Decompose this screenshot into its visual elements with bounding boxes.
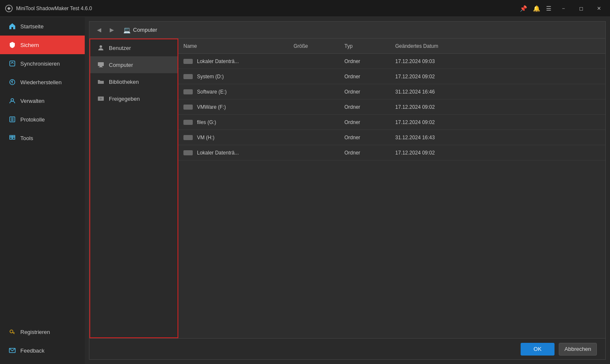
- svg-rect-1: [10, 61, 15, 66]
- col-header-name: Name: [178, 43, 288, 49]
- col-header-size: Größe: [288, 43, 339, 49]
- file-cell-name: Software (E:): [178, 89, 288, 95]
- file-cell-date: 17.12.2024 09:02: [390, 74, 605, 80]
- computer-breadcrumb-icon: 💻: [123, 27, 130, 33]
- table-row[interactable]: Software (E:) Ordner 31.12.2024 16:46: [178, 84, 605, 99]
- table-row[interactable]: VM (H:) Ordner 31.12.2024 16:43: [178, 130, 605, 145]
- main-layout: Startseite Sichern Synchronisieren: [0, 17, 610, 364]
- file-list-header: Name Größe Typ Geändertes Datum: [178, 39, 605, 54]
- menu-icon[interactable]: ☰: [546, 5, 552, 12]
- tree-item-benutzer[interactable]: Benutzer: [90, 39, 177, 56]
- app-title: MiniTool ShadowMaker Test 4.6.0: [16, 6, 92, 11]
- sidebar-item-wiederherstellen[interactable]: Wiederherstellen: [0, 73, 85, 91]
- shield-icon: [8, 41, 16, 49]
- cancel-button[interactable]: Abbrechen: [559, 343, 597, 356]
- back-button[interactable]: ◀: [94, 25, 104, 35]
- sidebar-label-verwalten: Verwalten: [20, 98, 44, 104]
- file-list-body: Lokaler Datenträ... Ordner 17.12.2024 09…: [178, 54, 605, 338]
- share-tree-icon: [97, 95, 105, 102]
- table-row[interactable]: Lokaler Datenträ... Ordner 17.12.2024 09…: [178, 54, 605, 69]
- sidebar-item-registrieren[interactable]: Registrieren: [0, 323, 85, 341]
- minimize-button[interactable]: −: [557, 3, 569, 14]
- tree-item-bibliotheken[interactable]: Bibliotheken: [90, 73, 177, 90]
- file-cell-date: 17.12.2024 09:03: [390, 58, 605, 64]
- tools-icon: [8, 134, 16, 142]
- table-row[interactable]: files (G:) Ordner 17.12.2024 09:02: [178, 115, 605, 130]
- sidebar: Startseite Sichern Synchronisieren: [0, 17, 85, 364]
- forward-button[interactable]: ▶: [107, 25, 116, 35]
- table-row[interactable]: Lokaler Datenträ... Ordner 17.12.2024 09…: [178, 145, 605, 160]
- sidebar-label-synchronisieren: Synchronisieren: [20, 61, 60, 67]
- sidebar-label-registrieren: Registrieren: [20, 329, 50, 335]
- restore-icon: [8, 78, 16, 86]
- sidebar-item-startseite[interactable]: Startseite: [0, 17, 85, 36]
- svg-rect-9: [13, 137, 15, 139]
- file-cell-type: Ordner: [339, 89, 390, 95]
- file-cell-type: Ordner: [339, 104, 390, 110]
- sidebar-label-wiederherstellen: Wiederherstellen: [20, 79, 62, 85]
- tree-label-computer: Computer: [109, 62, 133, 68]
- file-cell-date: 31.12.2024 16:43: [390, 135, 605, 141]
- tree-label-bibliotheken: Bibliotheken: [109, 79, 139, 85]
- maximize-button[interactable]: ◻: [575, 3, 587, 14]
- tree-item-freigegeben[interactable]: Freigegeben: [90, 90, 177, 107]
- svg-rect-16: [100, 66, 102, 67]
- close-button[interactable]: ✕: [593, 3, 605, 14]
- tree-label-benutzer: Benutzer: [109, 45, 131, 51]
- file-cell-name: VM (H:): [178, 135, 288, 141]
- file-cell-date: 17.12.2024 09:02: [390, 150, 605, 156]
- svg-rect-8: [10, 137, 12, 139]
- sidebar-label-sichern: Sichern: [20, 42, 39, 48]
- file-cell-date: 17.12.2024 09:02: [390, 104, 605, 110]
- sidebar-item-synchronisieren[interactable]: Synchronisieren: [0, 54, 85, 73]
- key-icon: [8, 328, 16, 336]
- sidebar-item-sichern[interactable]: Sichern: [0, 36, 85, 54]
- col-header-date: Geändertes Datum: [390, 43, 605, 49]
- content-area: ◀ ▶ 💻 Computer: [85, 17, 610, 364]
- ok-button[interactable]: OK: [521, 343, 555, 356]
- computer-tree-icon: [97, 61, 105, 69]
- file-cell-name: System (D:): [178, 74, 288, 80]
- list-icon: [8, 116, 16, 123]
- notification-icon[interactable]: 🔔: [533, 5, 540, 12]
- sidebar-label-startseite: Startseite: [20, 23, 44, 30]
- sidebar-bottom: Registrieren Feedback: [0, 323, 85, 364]
- svg-rect-17: [99, 67, 103, 67]
- sidebar-label-tools: Tools: [20, 135, 33, 141]
- breadcrumb: 💻 Computer: [120, 27, 161, 33]
- user-tree-icon: [97, 44, 105, 52]
- svg-rect-11: [13, 135, 15, 137]
- tree-label-freigegeben: Freigegeben: [109, 96, 140, 102]
- folder-tree-icon: [97, 78, 105, 85]
- svg-point-3: [11, 99, 14, 101]
- manage-icon: [8, 97, 16, 105]
- svg-point-12: [10, 330, 13, 333]
- svg-rect-15: [98, 62, 104, 66]
- file-cell-name: VMWare (F:): [178, 104, 288, 110]
- sidebar-item-protokolle[interactable]: Protokolle: [0, 110, 85, 129]
- titlebar-controls: 📌 🔔 ☰ − ◻ ✕: [520, 3, 605, 14]
- dialog-body: Benutzer Computer: [89, 39, 605, 338]
- dialog-toolbar: ◀ ▶ 💻 Computer: [89, 22, 605, 39]
- app-logo-icon: [5, 5, 13, 12]
- titlebar: MiniTool ShadowMaker Test 4.6.0 📌 🔔 ☰ − …: [0, 0, 610, 17]
- table-row[interactable]: VMWare (F:) Ordner 17.12.2024 09:02: [178, 99, 605, 115]
- sidebar-item-tools[interactable]: Tools: [0, 129, 85, 147]
- file-cell-date: 31.12.2024 16:46: [390, 89, 605, 95]
- col-header-type: Typ: [339, 43, 390, 49]
- file-cell-type: Ordner: [339, 119, 390, 125]
- sidebar-item-verwalten[interactable]: Verwalten: [0, 91, 85, 110]
- titlebar-left: MiniTool ShadowMaker Test 4.6.0: [5, 5, 92, 12]
- file-cell-date: 17.12.2024 09:02: [390, 119, 605, 125]
- sync-icon: [8, 60, 16, 67]
- dialog-footer: OK Abbrechen: [89, 338, 605, 359]
- file-cell-type: Ordner: [339, 150, 390, 156]
- tree-item-computer[interactable]: Computer: [90, 56, 177, 73]
- home-icon: [8, 22, 16, 30]
- pin-icon[interactable]: 📌: [520, 5, 527, 12]
- svg-point-14: [100, 45, 102, 48]
- file-cell-name: Lokaler Datenträ...: [178, 150, 288, 156]
- mail-icon: [8, 347, 16, 354]
- sidebar-item-feedback[interactable]: Feedback: [0, 341, 85, 360]
- table-row[interactable]: System (D:) Ordner 17.12.2024 09:02: [178, 69, 605, 84]
